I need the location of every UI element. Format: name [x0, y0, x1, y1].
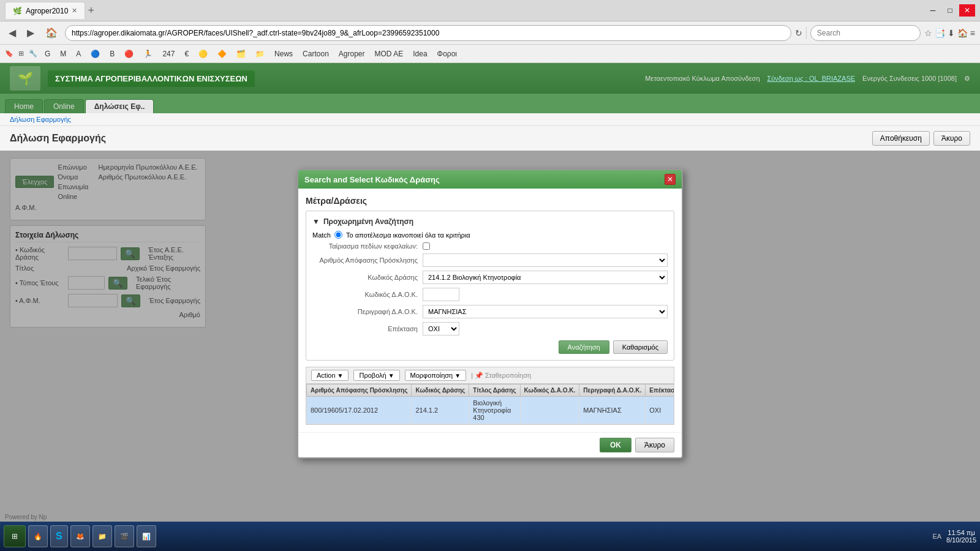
modal-close-button[interactable]: ✕	[665, 174, 676, 185]
search-input[interactable]	[810, 25, 921, 41]
modal-footer: ΟΚ Άκυρο	[298, 432, 682, 457]
tab-close-button[interactable]: ✕	[72, 7, 77, 15]
bookmark-mod[interactable]: MOD AE	[372, 48, 406, 59]
excel-icon: 📊	[142, 533, 151, 541]
start-button[interactable]: ⊞	[4, 525, 26, 547]
field-select-5[interactable]: ΟΧΙ	[423, 322, 459, 335]
home-icon[interactable]: 🏠	[957, 28, 968, 38]
action-menu-button[interactable]: Action ▼	[311, 370, 349, 381]
field-select-1[interactable]	[423, 253, 668, 267]
field-input-3[interactable]	[423, 288, 459, 301]
taskbar-time-value: 11:54 πμ	[948, 529, 975, 536]
taskbar-app-skype[interactable]: S	[50, 525, 68, 547]
forward-button[interactable]: ▶	[23, 26, 38, 40]
minimize-button[interactable]: ─	[925, 4, 941, 17]
tab-home[interactable]: Home	[5, 99, 43, 113]
cancel-button[interactable]: Άκυρο	[933, 131, 970, 146]
bookmark-ext6[interactable]: 247	[160, 48, 177, 59]
taskbar-app-firefox[interactable]: 🦊	[70, 525, 90, 547]
bookmark-google[interactable]: G	[42, 48, 53, 59]
field-select-4[interactable]: ΜΑΓΝΗΣΙΑΣ	[423, 305, 668, 318]
view-chevron: ▼	[388, 372, 394, 379]
search-section: ▼ Προχωρημένη Αναζήτηση Match Το αποτέλε…	[306, 211, 674, 361]
search-actions: Αναζήτηση Καθαρισμός	[312, 340, 668, 354]
bookmark-ext9[interactable]: 🔶	[215, 48, 229, 59]
header-right: Μεταεντοπιακό Κύκλωμα Αποσύνδεση Σύνδεση…	[645, 75, 970, 83]
page-title-bar: Δήλωση Εφαρμογής Αποθήκευση Άκυρο	[0, 126, 980, 151]
field-row-4: Περιγραφή Δ.Α.Ο.Κ. ΜΑΓΝΗΣΙΑΣ	[312, 305, 668, 318]
bookmark-ext11[interactable]: 📁	[253, 48, 267, 59]
title-bar: 🌿 Agroper2010 ✕ + ─ □ ✕	[0, 0, 980, 21]
login-label[interactable]: Σύνδεση ως : OL_BRIAZASE	[767, 75, 856, 82]
field-2: 214.1.2 Βιολογική Κτηνοτροφία	[423, 271, 668, 284]
close-button[interactable]: ✕	[959, 4, 975, 17]
maximize-button[interactable]: □	[942, 4, 958, 17]
taskbar-app-presentation[interactable]: 🎬	[115, 525, 134, 547]
checkbox-input[interactable]	[423, 242, 430, 250]
th-epektasi: Επέκταση	[646, 384, 674, 397]
bookmark-ext5[interactable]: 🏃	[141, 48, 155, 59]
bookmark-ext4[interactable]: 🔴	[122, 48, 136, 59]
bookmark-ext2[interactable]: 🔵	[88, 48, 102, 59]
taskbar-app-explorer[interactable]: 📁	[92, 525, 112, 547]
bookmark-cartoon[interactable]: Cartoon	[300, 48, 331, 59]
app-content: 🌱 ΣΥΣΤΗΜΑ ΑΓΡΟΠΕΡΙΒΑΛΛΟΝΤΙΚΩΝ ΕΝΙΣΧΥΣΕΩΝ…	[0, 63, 980, 551]
home-nav-button[interactable]: 🏠	[42, 26, 61, 40]
field-row-1: Αριθμός Απόφασης Πρόσκλησης	[312, 253, 668, 267]
bookmark-icon[interactable]: 📑	[935, 28, 945, 38]
checkbox-field	[423, 242, 668, 250]
refresh-button[interactable]: ↻	[795, 28, 802, 38]
more-icon[interactable]: ≡	[970, 28, 975, 38]
save-button[interactable]: Αποθήκευση	[872, 131, 930, 146]
nav-tabs: Home Online Δηλώσεις Εφ..	[0, 94, 980, 113]
table-row[interactable]: 800/19605/17.02.2012 214.1.2 Βιολογική Κ…	[307, 397, 675, 424]
browser-tab[interactable]: 🌿 Agroper2010 ✕	[5, 2, 85, 19]
stabilize-icon: 📌	[475, 372, 483, 380]
search-button[interactable]: Αναζήτηση	[559, 340, 609, 354]
taskbar-app-1[interactable]: 🔥	[28, 525, 48, 547]
search-section-title: Προχωρημένη Αναζήτηση	[323, 217, 413, 226]
format-menu-button[interactable]: Μορφοποίηση ▼	[405, 370, 467, 381]
results-table-container: Αριθμός Απόφασης Πρόσκλησης Κωδικός Δράσ…	[306, 383, 674, 425]
results-toolbar: Action ▼ Προβολή ▼ Μορφοποίηση ▼	[306, 367, 674, 383]
breadcrumb[interactable]: Δήλωση Εφαρμογής	[0, 113, 980, 126]
th-perigrafi: Περιγραφή Δ.Α.Ο.Κ.	[579, 384, 646, 397]
bookmark-ext3[interactable]: B	[107, 48, 117, 59]
settings-icon[interactable]: ⚙	[964, 75, 970, 83]
modal-cancel-button[interactable]: Άκυρο	[635, 438, 674, 452]
search-section-header[interactable]: ▼ Προχωρημένη Αναζήτηση	[312, 217, 668, 226]
checkbox-label: Ταίριασμα πεδίων κεφαλαίων:	[312, 242, 423, 250]
field-select-2[interactable]: 214.1.2 Βιολογική Κτηνοτροφία	[423, 271, 668, 284]
ok-button[interactable]: ΟΚ	[600, 438, 631, 452]
bookmark-news[interactable]: News	[272, 48, 295, 59]
app-header: 🌱 ΣΥΣΤΗΜΑ ΑΓΡΟΠΕΡΙΒΑΛΛΟΝΤΙΚΩΝ ΕΝΙΣΧΥΣΕΩΝ…	[0, 63, 980, 94]
row-titlos: Βιολογική Κτηνοτροφία 430	[469, 397, 520, 424]
match-radio[interactable]	[334, 231, 342, 239]
apps-icon: ⊞	[18, 50, 24, 58]
match-option-text: Το αποτέλεσμα ικανοποιεί όλα τα κριτήρια	[346, 231, 470, 239]
bookmark-idea[interactable]: Idea	[410, 48, 429, 59]
tab-dilosis[interactable]: Δηλώσεις Εφ..	[85, 99, 154, 113]
bookmark-ext8[interactable]: 🟡	[196, 48, 210, 59]
taskbar-app-1-icon: 🔥	[34, 533, 42, 541]
bookmark-ext10[interactable]: 🗂️	[234, 48, 248, 59]
bookmark-gmail[interactable]: M	[58, 48, 69, 59]
download-icon[interactable]: ⬇	[948, 28, 955, 38]
back-button[interactable]: ◀	[5, 26, 20, 40]
taskbar-app-excel[interactable]: 📊	[137, 525, 156, 547]
bookmark-foroi[interactable]: Φοροι	[435, 48, 459, 59]
view-menu-button[interactable]: Προβολή ▼	[353, 370, 399, 381]
session-label: Ενεργός Συνδεσεις 1000 [1008]	[862, 75, 957, 82]
clear-button[interactable]: Καθαρισμός	[613, 340, 668, 354]
tab-icon: 🌿	[13, 7, 22, 15]
bookmark-agroper[interactable]: Agroper	[336, 48, 368, 59]
taskbar-clock: 11:54 πμ 8/10/2015	[946, 529, 976, 544]
stabilize-label: Σταθεροποίηση	[485, 372, 531, 379]
tab-online[interactable]: Online	[44, 99, 84, 113]
bookmark-ext1[interactable]: A	[74, 48, 83, 59]
new-tab-button[interactable]: +	[88, 4, 94, 17]
bookmark-ext7[interactable]: €	[182, 48, 191, 59]
th-kodikos-daok: Κωδικός Δ.Α.Ο.Κ.	[520, 384, 579, 397]
star-icon[interactable]: ☆	[924, 28, 932, 38]
url-input[interactable]	[65, 25, 791, 41]
